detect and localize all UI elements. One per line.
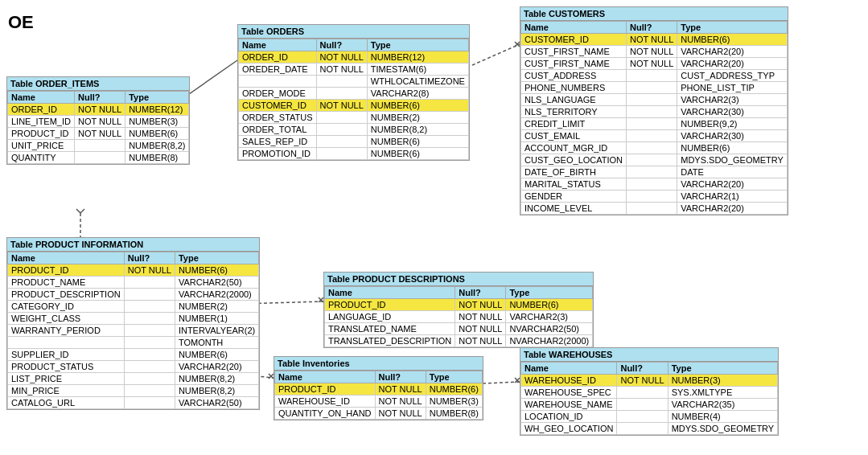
col-header-type: Type	[426, 371, 482, 383]
table-product-descriptions-title: Table PRODUCT DESCRIPTIONS	[324, 273, 593, 286]
table-row: LOCATION_ID NUMBER(4)	[521, 411, 778, 423]
table-row: PRODUCT_DESCRIPTION VARCHAR2(2000)	[8, 289, 259, 301]
table-row: WEIGHT_CLASS NUMBER(1)	[8, 313, 259, 325]
col-header-null: Null?	[74, 92, 125, 104]
col-header-type: Type	[175, 252, 258, 264]
table-row: LINE_ITEM_ID NOT NULL NUMBER(3)	[8, 116, 189, 128]
col-header-name: Name	[8, 92, 75, 104]
table-row: PHONE_NUMBERS PHONE_LIST_TIP	[521, 82, 788, 94]
table-orders-title: Table ORDERS	[238, 25, 469, 39]
col-header-name: Name	[275, 371, 376, 383]
table-inventories-title: Table Inventories	[274, 357, 483, 371]
table-row: ORDER_ID NOT NULL NUMBER(12)	[239, 51, 469, 64]
col-header-name: Name	[8, 252, 125, 264]
table-warehouses-title: Table WAREHOUSES	[520, 348, 778, 362]
table-product-descriptions: Table PRODUCT DESCRIPTIONS Name Null? Ty…	[323, 272, 594, 348]
table-row: WAREHOUSE_ID NOT NULL NUMBER(3)	[521, 375, 778, 387]
table-inventories: Table Inventories Name Null? Type PRODUC…	[274, 356, 483, 420]
table-customers: Table CUSTOMERS Name Null? Type CUSTOMER…	[520, 6, 788, 215]
table-row: DATE_OF_BIRTH DATE	[521, 166, 788, 178]
table-row: MIN_PRICE NUMBER(8,2)	[8, 385, 259, 397]
table-row: LIST_PRICE NUMBER(8,2)	[8, 373, 259, 385]
table-row: GENDER VARCHAR2(1)	[521, 191, 788, 203]
table-row: PRODUCT_ID NOT NULL NUMBER(6)	[275, 383, 483, 396]
table-row: PROMOTION_ID NUMBER(6)	[239, 148, 469, 160]
table-row: CUSTOMER_ID NOT NULL NUMBER(6)	[239, 100, 469, 112]
table-row: WAREHOUSE_NAME VARCHAR2(35)	[521, 399, 778, 411]
diagram-container: OE	[0, 0, 868, 455]
col-header-name: Name	[325, 287, 455, 299]
table-row: WTHLOCALTIMEZONE	[239, 76, 469, 88]
table-warehouses: Table WAREHOUSES Name Null? Type WAREHOU…	[520, 347, 779, 436]
col-header-type: Type	[677, 22, 788, 34]
table-row: NLS_LANGUAGE VARCHAR2(3)	[521, 94, 788, 106]
table-row: CATEGORY_ID NUMBER(2)	[8, 301, 259, 313]
table-row: OREDER_DATE NOT NULL TIMESTAM(6)	[239, 64, 469, 76]
table-row: CUST_FIRST_NAME NOT NULL VARCHAR2(20)	[521, 46, 788, 58]
col-header-null: Null?	[617, 363, 668, 375]
table-row: WARRANTY_PERIOD INTERVALYEAR(2)	[8, 325, 259, 337]
schema-title: OE	[8, 12, 34, 33]
table-row: CREDIT_LIMIT NUMBER(9,2)	[521, 118, 788, 130]
table-row: CUSTOMER_ID NOT NULL NUMBER(6)	[521, 34, 788, 46]
table-order-items-title: Table ORDER_ITEMS	[7, 77, 189, 91]
table-order-items: Table ORDER_ITEMS Name Null? Type ORDER_…	[6, 76, 190, 165]
table-row: SALES_REP_ID NUMBER(6)	[239, 136, 469, 148]
table-row: PRODUCT_ID NOT NULL NUMBER(6)	[8, 128, 189, 140]
table-row: SUPPLIER_ID NUMBER(6)	[8, 349, 259, 361]
table-row: CUST_ADDRESS CUST_ADDRESS_TYP	[521, 70, 788, 82]
table-row: INCOME_LEVEL VARCHAR2(20)	[521, 203, 788, 215]
table-row: TRANSLATED_NAME NOT NULL NVARCHAR2(50)	[325, 323, 593, 335]
table-orders: Table ORDERS Name Null? Type ORDER_ID NO…	[237, 24, 470, 161]
svg-line-5	[76, 209, 80, 213]
table-row: CUST_EMAIL VARCHAR2(30)	[521, 130, 788, 142]
svg-line-6	[80, 209, 84, 213]
table-row: PRODUCT_ID NOT NULL NUMBER(6)	[325, 299, 593, 311]
col-header-null: Null?	[375, 371, 426, 383]
table-row: PRODUCT_STATUS VARCHAR2(20)	[8, 361, 259, 373]
col-header-null: Null?	[124, 252, 175, 264]
table-row: WH_GEO_LOCATION MDYS.SDO_GEOMETRY	[521, 423, 778, 435]
table-product-information-title: Table PRODUCT INFORMATION	[7, 238, 259, 252]
col-header-null: Null?	[316, 39, 367, 51]
col-header-name: Name	[521, 363, 617, 375]
table-row: CUST_FIRST_NAME NOT NULL VARCHAR2(20)	[521, 58, 788, 70]
table-row: CUST_GEO_LOCATION MDYS.SDO_GEOMETRY	[521, 154, 788, 166]
table-row: LANGUAGE_ID NOT NULL VARCHAR2(3)	[325, 311, 593, 323]
table-row: CATALOG_URL VARCHAR2(50)	[8, 397, 259, 409]
table-customers-title: Table CUSTOMERS	[520, 7, 788, 21]
table-row: TOMONTH	[8, 337, 259, 349]
col-header-type: Type	[125, 92, 189, 104]
col-header-type: Type	[506, 287, 593, 299]
table-row: UNIT_PRICE NUMBER(8,2)	[8, 140, 189, 152]
table-row: PRODUCT_NAME VARCHAR2(50)	[8, 277, 259, 289]
table-row: MARITAL_STATUS VARCHAR2(20)	[521, 178, 788, 191]
col-header-type: Type	[367, 39, 468, 51]
table-row: ACCOUNT_MGR_ID NUMBER(6)	[521, 142, 788, 154]
col-header-name: Name	[521, 22, 627, 34]
table-row: QUANTITY NUMBER(8)	[8, 152, 189, 164]
table-row: WAREHOUSE_SPEC SYS.XMLTYPE	[521, 387, 778, 399]
table-row: PRODUCT_ID NOT NULL NUMBER(6)	[8, 264, 259, 277]
col-header-null: Null?	[455, 287, 506, 299]
col-header-type: Type	[668, 363, 778, 375]
table-row: NLS_TERRITORY VARCHAR2(30)	[521, 106, 788, 118]
table-row: ORDER_TOTAL NUMBER(8,2)	[239, 124, 469, 136]
table-product-information: Table PRODUCT INFORMATION Name Null? Typ…	[6, 237, 260, 410]
table-row: WAREHOUSE_ID NOT NULL NUMBER(3)	[275, 396, 483, 408]
col-header-null: Null?	[627, 22, 677, 34]
table-row: TRANSLATED_DESCRIPTION NOT NULL NVARCHAR…	[325, 335, 593, 347]
table-row: ORDER_STATUS NUMBER(2)	[239, 112, 469, 124]
table-row: QUANTITY_ON_HAND NOT NULL NUMBER(8)	[275, 408, 483, 420]
col-header-name: Name	[239, 39, 317, 51]
table-row: ORDER_ID NOT NULL NUMBER(12)	[8, 104, 189, 116]
table-row: ORDER_MODE VARCHAR2(8)	[239, 88, 469, 100]
